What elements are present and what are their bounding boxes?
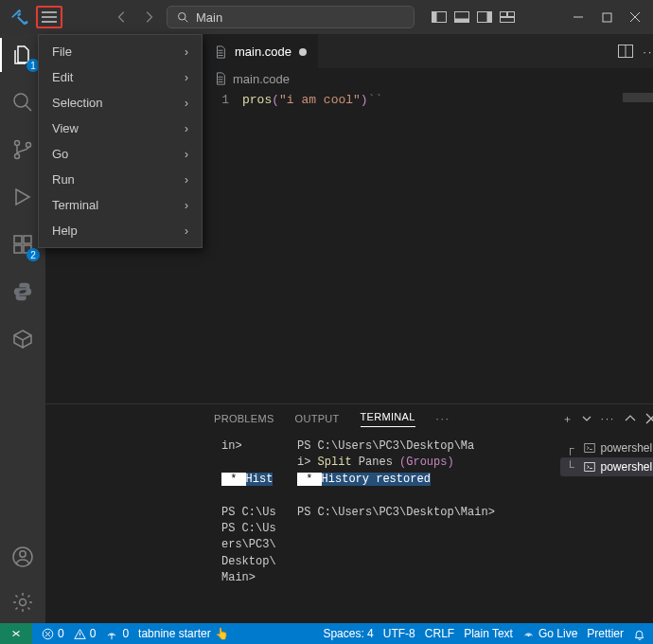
status-encoding[interactable]: UTF-8 bbox=[383, 627, 415, 640]
menu-item-view[interactable]: View› bbox=[39, 116, 202, 141]
menu-item-label: Run bbox=[52, 172, 75, 187]
svg-rect-24 bbox=[584, 463, 594, 472]
svg-rect-23 bbox=[584, 444, 594, 453]
menu-item-edit[interactable]: Edit› bbox=[39, 64, 202, 90]
panel-tab-bar: PROBLEMS OUTPUT TERMINAL ··· ＋ ··· bbox=[45, 404, 653, 433]
command-center[interactable]: Main bbox=[167, 6, 415, 28]
editor-tab-main[interactable]: main.code bbox=[203, 34, 319, 68]
nav-forward-icon[interactable] bbox=[142, 10, 155, 24]
status-ports[interactable]: 0 bbox=[105, 627, 129, 640]
command-center-text: Main bbox=[196, 10, 222, 25]
status-prettier[interactable]: Prettier bbox=[587, 627, 624, 640]
terminal-dropdown-icon[interactable] bbox=[582, 414, 591, 423]
terminal-icon bbox=[584, 461, 595, 473]
layout-customize-icon[interactable] bbox=[500, 11, 515, 23]
status-golive[interactable]: Go Live bbox=[522, 627, 577, 640]
remote-button[interactable] bbox=[0, 623, 32, 644]
activity-settings[interactable] bbox=[0, 589, 45, 616]
panel-tab-problems[interactable]: PROBLEMS bbox=[214, 413, 274, 424]
gear-icon bbox=[11, 591, 34, 614]
extensions-badge: 2 bbox=[26, 248, 40, 261]
svg-rect-18 bbox=[24, 236, 31, 243]
menu-item-file[interactable]: File› bbox=[39, 39, 202, 64]
radio-tower-icon bbox=[105, 628, 118, 640]
minimap[interactable] bbox=[623, 93, 653, 102]
panel-more-icon[interactable]: ··· bbox=[601, 413, 615, 424]
layout-panel-bottom-icon[interactable] bbox=[454, 11, 469, 23]
panel-tab-terminal[interactable]: TERMINAL bbox=[361, 411, 415, 427]
status-spaces[interactable]: Spaces: 4 bbox=[323, 627, 373, 640]
tree-branch-icon: ┌ bbox=[566, 441, 574, 455]
editor-more-icon[interactable]: ··· bbox=[643, 45, 653, 59]
menu-item-terminal[interactable]: Terminal› bbox=[39, 192, 202, 218]
menu-item-label: Terminal bbox=[52, 198, 98, 212]
svg-rect-8 bbox=[508, 12, 515, 17]
activity-account[interactable] bbox=[0, 544, 45, 570]
menu-item-help[interactable]: Help› bbox=[39, 218, 202, 243]
line-number: 1 bbox=[204, 89, 242, 403]
title-bar: Main bbox=[0, 0, 653, 34]
svg-rect-16 bbox=[14, 245, 22, 253]
branch-icon bbox=[11, 138, 34, 161]
svg-point-21 bbox=[20, 599, 26, 606]
python-icon bbox=[12, 281, 33, 302]
chevron-right-icon: › bbox=[185, 148, 188, 161]
status-eol[interactable]: CRLF bbox=[425, 627, 454, 640]
nav-back-icon[interactable] bbox=[115, 10, 129, 24]
split-editor-icon[interactable] bbox=[618, 45, 633, 58]
panel-tab-more-icon[interactable]: ··· bbox=[436, 413, 450, 424]
status-language[interactable]: Plain Text bbox=[464, 627, 513, 640]
hamburger-menu-button[interactable] bbox=[36, 6, 62, 28]
tree-branch-icon: └ bbox=[566, 460, 574, 474]
code-line: pros("i am cool")`` bbox=[242, 89, 382, 403]
status-warnings[interactable]: 0 bbox=[74, 627, 97, 640]
new-terminal-icon[interactable]: ＋ bbox=[562, 412, 573, 426]
panel-tab-output[interactable]: OUTPUT bbox=[295, 413, 340, 424]
menu-item-run[interactable]: Run› bbox=[39, 167, 202, 192]
window-maximize-button[interactable] bbox=[592, 0, 621, 34]
panel-close-icon[interactable] bbox=[645, 413, 653, 424]
svg-rect-2 bbox=[432, 12, 437, 23]
menu-item-label: Help bbox=[52, 224, 78, 238]
chevron-right-icon: › bbox=[185, 45, 188, 59]
chevron-right-icon: › bbox=[185, 199, 188, 212]
menu-item-label: Selection bbox=[52, 96, 102, 110]
layout-sidebar-right-icon[interactable] bbox=[477, 11, 492, 23]
bottom-panel: PROBLEMS OUTPUT TERMINAL ··· ＋ ··· in> *… bbox=[45, 403, 653, 623]
svg-point-12 bbox=[15, 141, 20, 146]
svg-point-0 bbox=[179, 13, 186, 21]
layout-sidebar-left-icon[interactable] bbox=[432, 11, 447, 23]
error-icon bbox=[42, 628, 54, 640]
application-menu: File›Edit›Selection›View›Go›Run›Terminal… bbox=[38, 34, 203, 248]
svg-point-27 bbox=[527, 635, 529, 636]
terminal-icon bbox=[584, 442, 595, 454]
terminal-pane-2[interactable]: PS C:\Users\PC3\Desktop\Ma i> Split Pane… bbox=[290, 433, 560, 623]
editor-tab-label: main.code bbox=[235, 45, 291, 59]
status-errors[interactable]: 0 bbox=[42, 627, 64, 640]
broadcast-icon bbox=[522, 628, 535, 640]
window-close-button[interactable] bbox=[621, 0, 649, 34]
window-minimize-button[interactable] bbox=[564, 0, 592, 34]
search-icon bbox=[11, 91, 34, 114]
play-bug-icon bbox=[11, 186, 34, 208]
menu-item-label: Go bbox=[52, 147, 68, 161]
status-tabnine[interactable]: tabnine starter 👆 bbox=[138, 627, 229, 640]
activity-python[interactable] bbox=[0, 278, 45, 305]
terminal-list-item[interactable]: ┌ powershell bbox=[560, 438, 653, 457]
menu-item-label: Edit bbox=[52, 70, 73, 84]
activity-docker[interactable] bbox=[0, 326, 45, 352]
svg-rect-6 bbox=[487, 12, 492, 23]
cube-icon bbox=[11, 328, 34, 350]
svg-point-14 bbox=[26, 143, 31, 148]
terminal-list-item[interactable]: └ powershell bbox=[560, 457, 653, 476]
bell-icon bbox=[633, 628, 645, 640]
status-notifications[interactable] bbox=[633, 628, 645, 640]
terminal-pane-1[interactable]: in> * Hist PS C:\Us PS C:\Us ers\PC3\ De… bbox=[214, 433, 290, 623]
menu-item-go[interactable]: Go› bbox=[39, 141, 202, 167]
panel-maximize-icon[interactable] bbox=[625, 413, 636, 424]
menu-item-selection[interactable]: Selection› bbox=[39, 90, 202, 116]
menu-item-label: View bbox=[52, 121, 79, 135]
svg-rect-9 bbox=[501, 18, 515, 23]
chevron-right-icon: › bbox=[185, 173, 188, 187]
warning-icon bbox=[74, 628, 86, 640]
